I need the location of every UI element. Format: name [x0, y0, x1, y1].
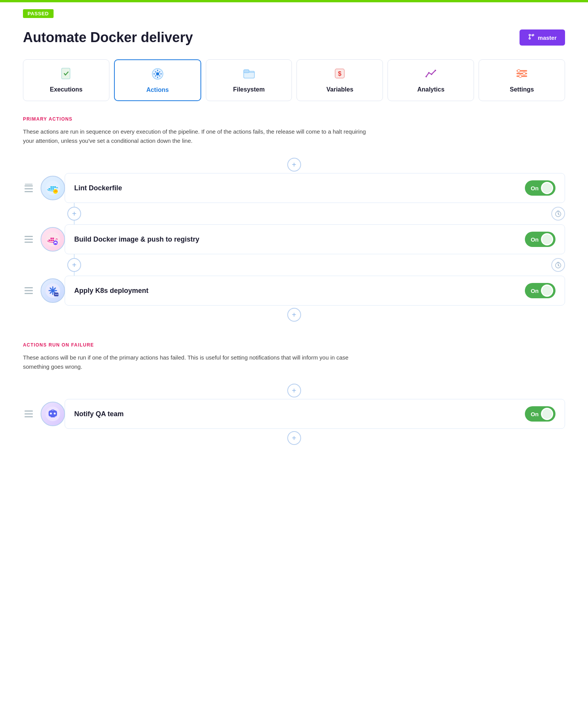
tab-variables-label: Variables: [326, 86, 353, 93]
add-action-btn-1[interactable]: +: [67, 207, 81, 221]
plus-icon-0: +: [292, 161, 296, 168]
top-bar: [0, 0, 588, 2]
tab-variables[interactable]: $ Variables: [296, 59, 383, 101]
action-name-k8s: Apply K8s deployment: [74, 287, 148, 295]
toggle-notify[interactable]: On: [525, 406, 555, 422]
toggle-notify-label: On: [531, 411, 539, 417]
svg-point-13: [435, 70, 436, 71]
tab-filesystem[interactable]: Filesystem: [206, 59, 292, 101]
toggle-knob-lint: [541, 182, 553, 194]
toggle-knob-k8s: [541, 284, 553, 297]
master-button[interactable]: master: [520, 29, 565, 46]
toggle-build[interactable]: On: [525, 232, 555, 247]
passed-badge: PASSED: [23, 9, 54, 18]
action-card-build[interactable]: Build Docker image & push to registry On: [65, 224, 565, 254]
svg-rect-33: [24, 290, 33, 291]
variables-icon: $: [333, 67, 347, 82]
toggle-knob-notify: [541, 408, 553, 420]
add-failure-action-btn-1[interactable]: +: [287, 431, 301, 445]
tab-analytics[interactable]: Analytics: [388, 59, 474, 101]
tab-actions[interactable]: Actions: [114, 59, 201, 101]
failure-actions-title: ACTIONS RUN ON FAILURE: [23, 342, 565, 348]
executions-icon: [59, 67, 73, 82]
svg-rect-22: [24, 191, 33, 192]
svg-rect-52: [24, 416, 33, 417]
svg-rect-51: [24, 414, 33, 415]
svg-point-19: [519, 75, 522, 78]
drag-handle-k8s[interactable]: [23, 286, 34, 296]
svg-rect-20: [24, 185, 33, 186]
svg-point-56: [54, 413, 56, 415]
timer-btn-1[interactable]: [551, 207, 565, 221]
svg-text:$: $: [338, 70, 342, 77]
svg-rect-27: [24, 239, 33, 240]
action-card-notify[interactable]: Notify QA team On: [65, 399, 565, 429]
master-label: master: [538, 34, 557, 41]
filesystem-icon: [242, 67, 256, 82]
tab-analytics-label: Analytics: [417, 86, 445, 93]
svg-point-49: [57, 294, 58, 295]
toggle-lint-label: On: [531, 185, 539, 191]
svg-rect-26: [24, 236, 33, 237]
svg-point-11: [428, 72, 430, 74]
drag-handle-build[interactable]: [23, 234, 34, 244]
svg-rect-34: [24, 293, 33, 294]
add-action-btn-2[interactable]: +: [67, 258, 81, 272]
page-title: Automate Docker delivery: [23, 29, 193, 46]
tabs-bar: Executions Actions: [23, 59, 565, 101]
actions-icon: [151, 67, 165, 83]
svg-rect-7: [244, 70, 249, 73]
toggle-k8s[interactable]: On: [525, 283, 555, 298]
primary-actions-desc: These actions are run in sequence on eve…: [23, 127, 367, 145]
toggle-knob-build: [541, 233, 553, 245]
svg-rect-28: [24, 242, 33, 243]
svg-rect-50: [24, 410, 33, 412]
tab-actions-label: Actions: [146, 87, 169, 93]
toggle-build-label: On: [531, 236, 539, 243]
action-icon-k8s: [41, 278, 65, 303]
svg-rect-32: [24, 287, 33, 288]
toggle-lint[interactable]: On: [525, 180, 555, 196]
analytics-icon: [424, 67, 438, 82]
svg-point-12: [431, 74, 432, 75]
action-row-lint: Lint Dockerfile On: [23, 173, 565, 203]
connector-1: +: [23, 203, 565, 224]
svg-rect-3: [62, 68, 70, 79]
action-name-build: Build Docker image & push to registry: [74, 235, 199, 244]
svg-point-18: [523, 72, 526, 75]
tab-filesystem-label: Filesystem: [233, 86, 265, 93]
connector-2: +: [23, 254, 565, 276]
primary-actions-title: PRIMARY ACTIONS: [23, 116, 565, 122]
action-icon-build: [41, 227, 65, 252]
action-card-k8s[interactable]: Apply K8s deployment On: [65, 276, 565, 306]
action-name-lint: Lint Dockerfile: [74, 184, 122, 192]
action-icon-notify: [41, 402, 65, 426]
tab-executions[interactable]: Executions: [23, 59, 109, 101]
timer-btn-2[interactable]: [551, 258, 565, 272]
add-action-btn-0[interactable]: +: [287, 158, 301, 172]
action-row-notify: Notify QA team On: [23, 399, 565, 429]
primary-actions-list: +: [23, 156, 565, 323]
svg-rect-29: [46, 232, 60, 247]
drag-handle-lint[interactable]: [23, 182, 34, 194]
drag-handle-notify[interactable]: [23, 409, 34, 419]
failure-actions-section: ACTIONS RUN ON FAILURE These actions wil…: [23, 342, 565, 446]
failure-actions-desc: These actions will be run if one of the …: [23, 353, 367, 371]
add-btn-row-failure-bottom: +: [287, 431, 301, 445]
add-btn-row-top: +: [287, 158, 301, 172]
section-gap: [23, 323, 565, 342]
svg-point-48: [56, 294, 57, 295]
action-row-build: Build Docker image & push to registry On: [23, 224, 565, 254]
svg-rect-21: [24, 188, 33, 190]
action-row-k8s: Apply K8s deployment On: [23, 276, 565, 306]
svg-point-10: [425, 76, 427, 77]
svg-point-17: [518, 70, 520, 72]
failure-actions-list: +: [23, 382, 565, 446]
add-action-btn-3[interactable]: +: [287, 308, 301, 322]
action-card-lint[interactable]: Lint Dockerfile On: [65, 173, 565, 203]
toggle-k8s-label: On: [531, 288, 539, 294]
tab-settings[interactable]: Settings: [479, 59, 565, 101]
add-btn-row-failure-top: +: [287, 384, 301, 397]
add-failure-action-btn-0[interactable]: +: [287, 384, 301, 397]
svg-rect-54: [49, 410, 57, 417]
